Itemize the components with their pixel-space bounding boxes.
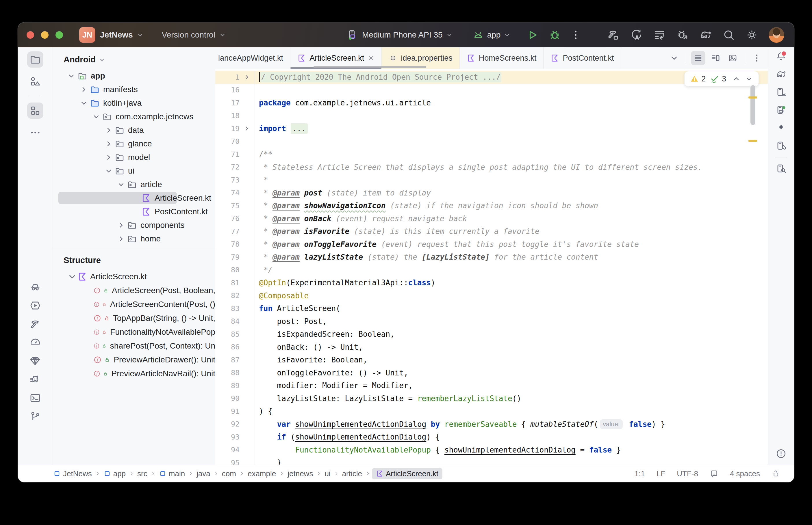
breadcrumb-main[interactable]: main: [157, 468, 187, 479]
build-icon[interactable]: [607, 29, 620, 41]
breadcrumb-app[interactable]: app: [102, 468, 128, 479]
file-encoding[interactable]: UTF-8: [677, 469, 698, 478]
chevron-down-icon[interactable]: [104, 167, 113, 175]
app-inspection-button[interactable]: [27, 279, 43, 295]
structure-item[interactable]: fTopAppBar(String, () -> Unit,: [53, 311, 215, 325]
tree-item-glance[interactable]: glance: [53, 137, 215, 150]
passed-group[interactable]: 3: [710, 74, 726, 84]
inspections-widget[interactable]: [710, 469, 718, 478]
settings-icon[interactable]: [745, 29, 758, 41]
profiler-button[interactable]: [27, 334, 43, 350]
gradle-tool-button[interactable]: [773, 67, 788, 81]
structure-item[interactable]: fsharePost(Post, Context): Un: [53, 339, 215, 353]
gemini-button[interactable]: [773, 121, 788, 135]
structure-file-row[interactable]: ArticleScreen.kt: [53, 270, 215, 284]
problems-button[interactable]: [773, 447, 788, 461]
run-config-selector[interactable]: app: [487, 30, 501, 40]
project-view-header[interactable]: Android: [53, 47, 215, 69]
debug-button[interactable]: [548, 29, 561, 41]
more-actions-button[interactable]: [570, 29, 581, 41]
build-variants-icon[interactable]: [653, 29, 666, 41]
search-everywhere-icon[interactable]: [722, 29, 735, 41]
prev-problem-button[interactable]: [732, 75, 741, 83]
terminal-button[interactable]: [27, 390, 43, 406]
attach-debugger-icon[interactable]: [676, 29, 689, 41]
breadcrumb-src[interactable]: src: [135, 468, 149, 479]
chevron-right-icon[interactable]: [104, 153, 113, 162]
tree-item-article[interactable]: article: [53, 178, 215, 191]
breadcrumb-jetnews[interactable]: jetnews: [286, 468, 315, 479]
breadcrumb-example[interactable]: example: [246, 468, 278, 479]
tree-item-articlescreen-kt[interactable]: ArticleScreen.kt: [53, 191, 215, 205]
chevron-right-icon[interactable]: [117, 221, 126, 229]
structure-item[interactable]: fPreviewArticleDrawer(): Unit: [53, 353, 215, 367]
preview-view-button[interactable]: [726, 51, 740, 65]
chevron-down-icon[interactable]: [67, 72, 76, 80]
file-writable[interactable]: [771, 469, 780, 478]
warnings-group[interactable]: 2: [690, 74, 706, 84]
running-devices-tool-button[interactable]: [773, 103, 788, 117]
chevron-down-icon[interactable]: [446, 31, 453, 39]
tab-strip-scrollbar[interactable]: [313, 66, 426, 68]
chevron-right-icon[interactable]: [104, 139, 113, 148]
breadcrumb-java[interactable]: java: [195, 468, 212, 479]
tab-list-button[interactable]: [667, 51, 681, 65]
chevron-right-icon[interactable]: [117, 235, 126, 243]
tab-postcontent-kt[interactable]: PostContent.kt: [544, 47, 621, 69]
chevron-down-icon[interactable]: [79, 99, 88, 107]
vcs-widget[interactable]: Version control: [162, 30, 226, 40]
tab-articlescreen-kt[interactable]: ArticleScreen.kt: [291, 47, 382, 69]
app-quality-insights-button[interactable]: [27, 353, 43, 369]
tab-lanceappwidget-kt[interactable]: lanceAppWidget.kt: [215, 47, 291, 69]
tree-item-ui[interactable]: ui: [53, 164, 215, 178]
device-selector[interactable]: Medium Phone API 35: [362, 30, 443, 40]
device-manager-button[interactable]: [773, 85, 788, 99]
tree-item-app[interactable]: app: [53, 69, 215, 82]
user-avatar[interactable]: [769, 27, 784, 43]
resource-manager-button[interactable]: [27, 73, 43, 90]
breadcrumb-jetnews[interactable]: JetNews: [51, 468, 94, 479]
fold-toggle-icon[interactable]: [239, 73, 254, 81]
tab-homescreens-kt[interactable]: HomeScreens.kt: [460, 47, 544, 69]
device-explorer-button[interactable]: [773, 162, 788, 176]
editor-view-button[interactable]: [691, 51, 705, 65]
device-mirroring-button[interactable]: [773, 139, 788, 153]
close-icon[interactable]: [368, 55, 374, 61]
editor-scrollbar-thumb[interactable]: [751, 85, 755, 125]
code-editor[interactable]: 1/ Copyright 2020 The Android Open Sourc…: [215, 69, 768, 465]
version-control-button[interactable]: [27, 408, 43, 424]
gradle-sync-icon[interactable]: [699, 29, 712, 41]
tab-options-button[interactable]: [750, 51, 764, 65]
project-selector[interactable]: JetNews: [100, 30, 144, 40]
warning-stripe-mark[interactable]: [749, 140, 757, 142]
breadcrumb-article[interactable]: article: [340, 468, 364, 479]
split-view-button[interactable]: [708, 51, 723, 65]
tab-idea-properties[interactable]: idea.properties: [382, 47, 460, 69]
chevron-down-icon[interactable]: [67, 271, 77, 282]
tree-item-model[interactable]: model: [53, 150, 215, 164]
chevron-down-icon[interactable]: [117, 180, 126, 189]
running-devices-button[interactable]: [27, 297, 43, 314]
close-button[interactable]: [27, 31, 34, 39]
tree-item-com-example-jetnews[interactable]: com.example.jetnews: [53, 110, 215, 123]
caret-position[interactable]: 1:1: [635, 469, 645, 478]
notifications-button[interactable]: [773, 49, 788, 63]
fold-toggle-icon[interactable]: [239, 125, 254, 132]
run-button[interactable]: [526, 29, 538, 41]
tree-item-postcontent-kt[interactable]: PostContent.kt: [53, 205, 215, 218]
structure-item[interactable]: fPreviewArticleNavRail(): Unit: [53, 367, 215, 380]
line-separator[interactable]: LF: [656, 469, 665, 478]
chevron-down-icon[interactable]: [503, 31, 511, 39]
structure-item[interactable]: fArticleScreenContent(Post, (): [53, 297, 215, 311]
zoom-button[interactable]: [56, 31, 63, 39]
more-tool-windows-button[interactable]: [27, 124, 43, 141]
build-tool-button[interactable]: [27, 316, 43, 332]
tree-item-manifests[interactable]: manifests: [53, 82, 215, 96]
breadcrumb-articlescreen-kt[interactable]: ArticleScreen.kt: [372, 468, 442, 479]
next-problem-button[interactable]: [745, 75, 753, 83]
indent-style[interactable]: 4 spaces: [730, 469, 760, 478]
chevron-right-icon[interactable]: [104, 126, 113, 135]
chevron-right-icon[interactable]: [79, 85, 88, 94]
minimize-button[interactable]: [41, 31, 48, 39]
logcat-button[interactable]: [27, 371, 43, 388]
